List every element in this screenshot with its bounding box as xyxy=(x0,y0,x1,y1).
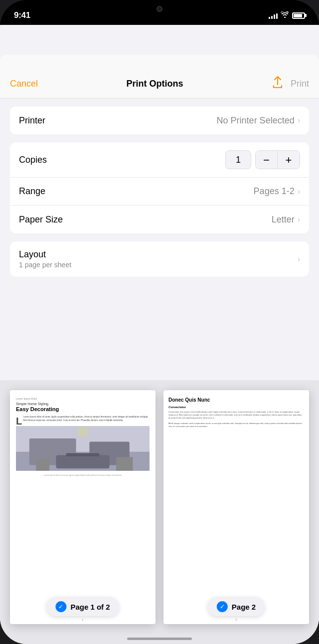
paper-size-label: Paper Size xyxy=(19,215,63,225)
signal-bars-icon xyxy=(269,12,278,19)
home-indicator xyxy=(127,638,192,640)
range-value: Pages 1-2 › xyxy=(254,186,300,197)
preview-page-2-badge: ✓ Page 2 xyxy=(208,597,265,616)
range-row[interactable]: Range Pages 1-2 › xyxy=(10,178,309,206)
layout-label: Layout xyxy=(19,249,298,260)
content-area: Cancel Print Options Print Printer xyxy=(0,25,319,644)
options-group: Copies 1 − + Range Pages xyxy=(10,142,309,233)
preview-p1-image xyxy=(16,426,150,471)
page-title: Print Options xyxy=(127,79,183,89)
printer-group: Printer No Printer Selected › xyxy=(10,107,309,134)
printer-chevron-icon: › xyxy=(298,116,300,125)
layout-sublabel: 1 page per sheet xyxy=(19,261,298,269)
preview-p1-subtitle: Simple Home Styling xyxy=(16,402,150,406)
print-button[interactable]: Print xyxy=(291,79,309,89)
preview-p1-body-text: Lorem ipsum dolor sit amet, ligula suspe… xyxy=(23,416,149,422)
paper-size-row[interactable]: Paper Size Letter › xyxy=(10,206,309,233)
preview-p2-subtitle: Consectetur xyxy=(168,406,304,409)
layout-row[interactable]: Layout 1 page per sheet › xyxy=(10,241,309,277)
paper-size-value-text: Letter xyxy=(272,215,295,225)
preview-p1-body-intro: L Lorem ipsum dolor sit amet, ligula sus… xyxy=(16,416,150,423)
battery-icon xyxy=(292,12,305,19)
preview-page-1-badge: ✓ Page 1 of 2 xyxy=(46,597,119,616)
svg-rect-5 xyxy=(56,455,109,469)
copies-control: 1 − + xyxy=(225,150,300,169)
layout-info: Layout 1 page per sheet xyxy=(19,249,298,269)
status-time: 9:41 xyxy=(14,10,30,20)
camera-notch xyxy=(120,0,199,18)
nav-bar: Cancel Print Options Print xyxy=(0,55,319,99)
status-icons xyxy=(269,11,305,19)
paper-size-chevron-icon: › xyxy=(298,215,300,224)
preview-p2-number: 2 xyxy=(236,618,237,621)
preview-area: Lorem Ipsum Dolor Simple Home Styling Ea… xyxy=(0,380,319,644)
preview-p1-small-title: Lorem Ipsum Dolor xyxy=(16,397,150,400)
page-1-badge-text: Page 1 of 2 xyxy=(70,603,110,611)
page-2-check-icon: ✓ xyxy=(217,601,228,612)
range-label: Range xyxy=(19,186,45,197)
preview-p2-body: Consectetur arcu ipsum ornare pellentesq… xyxy=(168,411,304,420)
camera-dot xyxy=(157,6,162,12)
page-2-badge-text: Page 2 xyxy=(232,603,256,611)
preview-page-1-content: Lorem Ipsum Dolor Simple Home Styling Ea… xyxy=(10,390,156,624)
layout-chevron-icon: › xyxy=(298,255,300,264)
preview-p1-caption: Lorem ipsum dolor sit amet, ligula suspe… xyxy=(16,474,150,476)
preview-p1-image-inner xyxy=(16,426,150,471)
share-icon[interactable] xyxy=(272,76,284,93)
modal-sheet: Cancel Print Options Print Printer xyxy=(0,55,319,644)
copies-row: Copies 1 − + xyxy=(10,142,309,178)
preview-drop-cap: L xyxy=(16,416,22,426)
copies-stepper: − + xyxy=(255,150,300,169)
copies-value: 1 xyxy=(225,150,251,169)
battery-fill xyxy=(294,14,302,17)
printer-row[interactable]: Printer No Printer Selected › xyxy=(10,107,309,134)
preview-p1-main-title: Easy Decorating xyxy=(16,406,150,413)
range-value-text: Pages 1-2 xyxy=(254,186,295,197)
copies-label: Copies xyxy=(19,155,47,165)
signal-bar-2 xyxy=(271,16,273,19)
preview-page-2-content: Donec Quis Nunc Consectetur Consectetur … xyxy=(163,390,309,435)
svg-rect-7 xyxy=(36,458,49,471)
range-chevron-icon: › xyxy=(298,187,300,196)
nav-right-actions: Print xyxy=(272,76,309,93)
phone-frame: 9:41 Cancel Print Opti xyxy=(0,0,319,644)
signal-bar-4 xyxy=(276,13,278,19)
settings-container: Printer No Printer Selected › Copies 1 xyxy=(0,99,319,285)
signal-bar-3 xyxy=(274,14,275,19)
page-1-check-icon: ✓ xyxy=(55,601,66,612)
preview-page-1[interactable]: Lorem Ipsum Dolor Simple Home Styling Ea… xyxy=(10,390,156,624)
wifi-icon xyxy=(281,11,289,19)
preview-p2-title: Donec Quis Nunc xyxy=(168,397,304,403)
svg-rect-6 xyxy=(66,453,100,457)
signal-bar-1 xyxy=(269,17,270,19)
cancel-button[interactable]: Cancel xyxy=(10,79,38,89)
copies-increment-button[interactable]: + xyxy=(278,151,300,169)
layout-group: Layout 1 page per sheet › xyxy=(10,241,309,277)
preview-p1-number: 1 xyxy=(82,618,84,621)
preview-p2-body2: Morbi integer molestie, amet suspendisse… xyxy=(168,422,304,428)
copies-decrement-button[interactable]: − xyxy=(256,151,278,169)
printer-value: No Printer Selected › xyxy=(217,115,300,126)
preview-page-2[interactable]: Donec Quis Nunc Consectetur Consectetur … xyxy=(163,390,309,624)
printer-selected-text: No Printer Selected xyxy=(217,115,295,126)
paper-size-value: Letter › xyxy=(272,215,300,225)
svg-point-4 xyxy=(77,427,88,437)
svg-rect-8 xyxy=(116,457,133,471)
printer-label: Printer xyxy=(19,115,45,126)
